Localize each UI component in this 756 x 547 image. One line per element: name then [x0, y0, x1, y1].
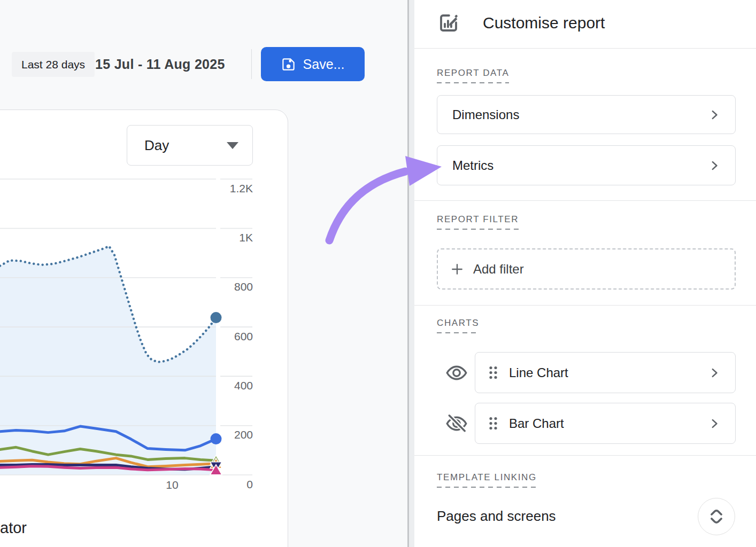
interval-dropdown[interactable]: Day: [127, 125, 253, 166]
panel-divider: [414, 200, 756, 201]
app-root: Last 28 days 15 Jul - 11 Aug 2025 Save..…: [0, 0, 756, 547]
interval-dropdown-value: Day: [144, 137, 169, 154]
chevron-down-icon: [227, 142, 238, 149]
panel-divider: [414, 455, 756, 456]
section-label-template-linking: TEMPLATE LINKING: [437, 472, 537, 488]
dimensions-label: Dimensions: [452, 107, 519, 122]
chevron-right-icon: [706, 158, 722, 174]
section-label-charts: CHARTS: [437, 318, 479, 333]
chart-card: [0, 110, 288, 547]
save-button[interactable]: Save...: [261, 47, 365, 81]
eye-icon: [445, 361, 468, 385]
bar-chart-label: Bar Chart: [509, 416, 564, 431]
bar-chart-visibility-toggle[interactable]: [445, 412, 468, 435]
edit-chart-icon: [437, 12, 460, 34]
customise-report-panel: Customise report REPORT DATA Dimensions …: [414, 0, 756, 547]
section-label-report-data: REPORT DATA: [437, 68, 509, 83]
line-chart-row[interactable]: Line Chart: [475, 352, 736, 393]
chevron-right-icon: [706, 107, 722, 123]
drag-handle-icon[interactable]: [488, 416, 498, 431]
line-chart-label: Line Chart: [509, 365, 568, 380]
chevron-right-icon: [706, 365, 722, 381]
unlink-template-button[interactable]: [698, 498, 735, 535]
vertical-scrollbar[interactable]: [407, 0, 414, 547]
chart-footer-partial-text: ator: [0, 519, 27, 537]
panel-divider: [414, 305, 756, 306]
chevron-right-icon: [706, 416, 722, 432]
template-linking-item-label: Pages and screens: [437, 508, 556, 525]
date-range-preset-chip[interactable]: Last 28 days: [12, 52, 95, 77]
date-range-label[interactable]: 15 Jul - 11 Aug 2025: [95, 52, 225, 77]
link-off-icon: [707, 507, 726, 526]
metrics-row[interactable]: Metrics: [437, 145, 736, 185]
section-label-report-filter: REPORT FILTER: [437, 214, 519, 230]
line-chart-visibility-toggle[interactable]: [445, 361, 468, 385]
toolbar-divider: [251, 49, 252, 79]
panel-title: Customise report: [483, 14, 605, 32]
add-filter-label: Add filter: [473, 262, 524, 277]
drag-handle-icon[interactable]: [488, 365, 498, 380]
metrics-label: Metrics: [452, 158, 493, 173]
save-icon: [281, 57, 296, 72]
add-filter-button[interactable]: Add filter: [437, 248, 736, 290]
save-button-label: Save...: [303, 57, 345, 72]
dimensions-row[interactable]: Dimensions: [437, 95, 736, 134]
panel-divider: [414, 48, 756, 49]
bar-chart-row[interactable]: Bar Chart: [475, 403, 736, 444]
plus-icon: [450, 262, 465, 277]
eye-off-icon: [445, 412, 468, 435]
